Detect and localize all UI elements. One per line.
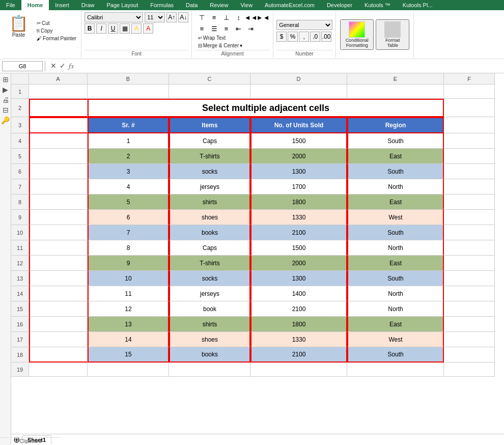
cell-e8[interactable]: East (347, 194, 444, 210)
border-button[interactable]: ▦ (120, 23, 130, 34)
cut-button[interactable]: ✂ Cut (35, 20, 78, 26)
cell-e13[interactable]: South (347, 271, 444, 286)
cell-a15[interactable] (29, 301, 88, 317)
fill-color-button[interactable]: A (131, 23, 142, 34)
cell-c17[interactable]: shoes (169, 332, 250, 347)
cell-e10[interactable]: South (347, 225, 444, 240)
cell-a10[interactable] (29, 225, 88, 240)
sidebar-icon-3[interactable]: 🖨 (2, 96, 9, 104)
cell-b6[interactable]: 3 (88, 164, 169, 179)
cell-d5[interactable]: 2000 (250, 149, 347, 164)
cell-a3[interactable] (29, 117, 88, 133)
cell-a17[interactable] (29, 332, 88, 347)
align-top-button[interactable]: ⊤ (197, 12, 208, 22)
cell-f7[interactable] (444, 179, 495, 194)
indent-decrease-button[interactable]: ◄◄ (245, 12, 257, 22)
cell-f15[interactable] (444, 301, 495, 317)
format-table-button[interactable]: Format Table (376, 19, 409, 50)
cell-d16[interactable]: 1800 (250, 317, 347, 332)
cell-b11[interactable]: 8 (88, 240, 169, 256)
cell-b4[interactable]: 1 (88, 133, 169, 149)
row-header-1[interactable]: 1 (11, 85, 29, 99)
merge-center-button[interactable]: ⊟ Merge & Center ▾ (197, 42, 244, 49)
cell-f18[interactable] (444, 347, 495, 363)
cell-b1[interactable] (88, 85, 169, 99)
cell-c6[interactable]: socks (169, 164, 250, 179)
italic-button[interactable]: I (96, 23, 106, 34)
cell-a12[interactable] (29, 256, 88, 271)
align-left-button[interactable]: ≡ (197, 23, 208, 34)
cell-d17[interactable]: 1330 (250, 332, 347, 347)
cell-c7[interactable]: jerseys (169, 179, 250, 194)
indent-increase-button[interactable]: ►◄ (258, 12, 269, 22)
cell-f9[interactable] (444, 210, 495, 225)
tab-developer[interactable]: Developer (321, 0, 358, 10)
cell-f12[interactable] (444, 256, 495, 271)
cell-d1[interactable] (250, 85, 347, 99)
cell-d15[interactable]: 2100 (250, 301, 347, 317)
copy-button[interactable]: ⎘ Copy (35, 27, 78, 34)
cell-d3[interactable]: No. of Units Sold (250, 117, 347, 133)
cell-f19[interactable] (444, 363, 495, 377)
underline-button[interactable]: U (108, 23, 118, 34)
sidebar-icon-4[interactable]: ⊟ (3, 106, 9, 114)
col-header-b[interactable]: B (88, 73, 169, 85)
row-header-3[interactable]: 3 (11, 117, 29, 133)
align-bottom-button[interactable]: ⊥ (221, 12, 232, 22)
row-header-10[interactable]: 10 (11, 225, 29, 240)
increase-font-button[interactable]: A↑ (166, 12, 177, 22)
cell-a14[interactable] (29, 286, 88, 301)
row-header-9[interactable]: 9 (11, 210, 29, 225)
cell-e14[interactable]: North (347, 286, 444, 301)
cell-a19[interactable] (29, 363, 88, 377)
row-header-7[interactable]: 7 (11, 179, 29, 194)
cell-d4[interactable]: 1500 (250, 133, 347, 149)
row-header-5[interactable]: 5 (11, 149, 29, 164)
tab-view[interactable]: View (234, 0, 259, 10)
cell-a1[interactable] (29, 85, 88, 99)
decrease-decimal-button[interactable]: .0 (310, 32, 320, 42)
sidebar-icon-2[interactable]: ▶ (3, 86, 8, 94)
cell-c11[interactable]: Caps (169, 240, 250, 256)
cell-b5[interactable]: 2 (88, 149, 169, 164)
row-header-6[interactable]: 6 (11, 164, 29, 179)
cell-b9[interactable]: 6 (88, 210, 169, 225)
cell-c16[interactable]: shirts (169, 317, 250, 332)
merge-dropdown-icon[interactable]: ▾ (240, 43, 242, 48)
cell-a2[interactable] (29, 99, 88, 117)
formula-input[interactable] (77, 63, 502, 70)
cell-f10[interactable] (444, 225, 495, 240)
cell-e5[interactable]: East (347, 149, 444, 164)
cell-d7[interactable]: 1700 (250, 179, 347, 194)
cell-c18[interactable]: books (169, 347, 250, 363)
increase-decimal-button[interactable]: .00 (321, 32, 331, 42)
cell-f8[interactable] (444, 194, 495, 210)
cell-a8[interactable] (29, 194, 88, 210)
col-header-a[interactable]: A (29, 73, 88, 85)
cell-c14[interactable]: jerseys (169, 286, 250, 301)
cell-e9[interactable]: West (347, 210, 444, 225)
row-header-15[interactable]: 15 (11, 301, 29, 317)
confirm-formula-icon[interactable]: ✓ (60, 62, 66, 70)
cell-e1[interactable] (347, 85, 444, 99)
row-header-16[interactable]: 16 (11, 317, 29, 332)
tab-page-layout[interactable]: Page Layout (100, 0, 144, 10)
cell-a11[interactable] (29, 240, 88, 256)
sidebar-icon-1[interactable]: ⊞ (3, 75, 9, 84)
cell-f6[interactable] (444, 164, 495, 179)
cell-f5[interactable] (444, 149, 495, 164)
cell-b19[interactable] (88, 363, 169, 377)
cell-a16[interactable] (29, 317, 88, 332)
cell-c4[interactable]: Caps (169, 133, 250, 149)
cell-b7[interactable]: 4 (88, 179, 169, 194)
cell-a4[interactable] (29, 133, 88, 149)
cell-d10[interactable]: 2100 (250, 225, 347, 240)
text-direction-button[interactable]: ↕ (233, 12, 244, 22)
cell-c5[interactable]: T-shirts (169, 149, 250, 164)
comma-button[interactable]: , (299, 32, 309, 42)
cell-a18[interactable] (29, 347, 88, 363)
cell-d11[interactable]: 1500 (250, 240, 347, 256)
number-format-select[interactable]: General (276, 20, 332, 30)
cell-d12[interactable]: 2000 (250, 256, 347, 271)
row-header-12[interactable]: 12 (11, 256, 29, 271)
